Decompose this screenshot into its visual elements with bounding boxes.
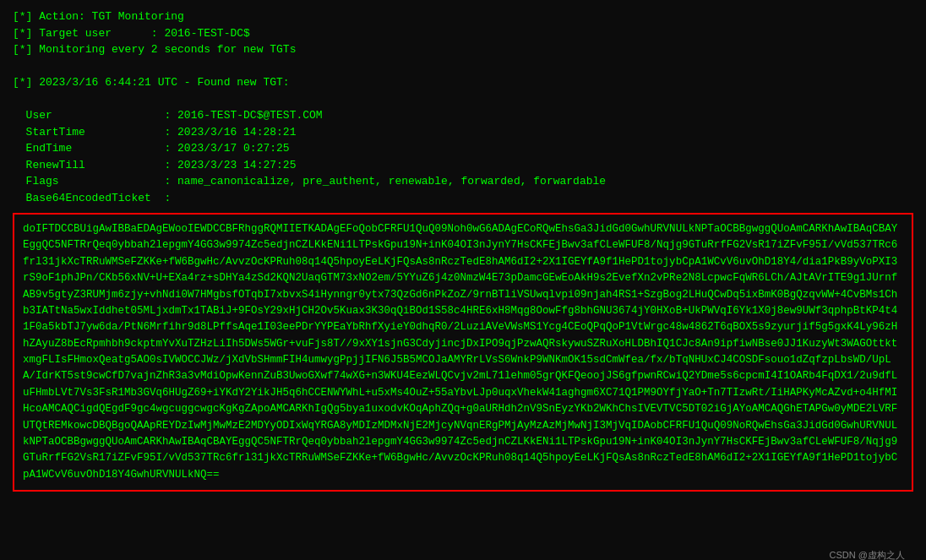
starttime-field: StartTime : 2023/3/16 14:28:21	[13, 124, 913, 141]
action-line: [*] Action: TGT Monitoring	[13, 8, 913, 25]
ticket-content: doIFTDCCBUigAwIBBaEDAgEWooIEWDCCBFRhggRQ…	[23, 221, 903, 483]
user-field: User : 2016-TEST-DC$@TEST.COM	[13, 107, 913, 124]
header-section: [*] Action: TGT Monitoring [*] Target us…	[13, 8, 913, 58]
target-line: [*] Target user : 2016-TEST-DC$	[13, 25, 913, 42]
spacer-2	[13, 91, 913, 108]
terminal-container: [*] Action: TGT Monitoring [*] Target us…	[13, 8, 913, 560]
ticket-box: doIFTDCCBUigAwIBBaEDAgEWooIEWDCCBFRhggRQ…	[13, 213, 913, 492]
monitoring-interval-line: [*] Monitoring every 2 seconds for new T…	[13, 41, 913, 58]
watermark: CSDN @虚构之人	[830, 549, 905, 560]
flags-field: Flags : name_canonicalize, pre_authent, …	[13, 173, 913, 190]
found-tgt-line: [*] 2023/3/16 6:44:21 UTC - Found new TG…	[13, 74, 913, 91]
base64-label: Base64EncodedTicket :	[13, 190, 913, 207]
renewtill-field: RenewTill : 2023/3/23 14:27:25	[13, 157, 913, 174]
spacer-1	[13, 58, 913, 75]
tgt-fields-section: User : 2016-TEST-DC$@TEST.COM StartTime …	[13, 107, 913, 206]
endtime-field: EndTime : 2023/3/17 0:27:25	[13, 140, 913, 157]
